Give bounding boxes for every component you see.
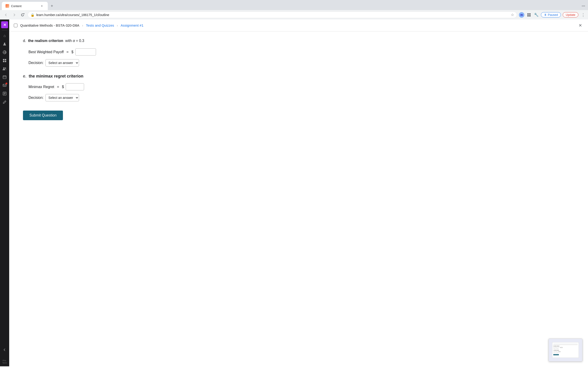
section-d-title: the realism criterion	[28, 39, 63, 43]
svg-rect-12	[5, 61, 6, 62]
active-tab[interactable]: Content ×	[2, 2, 48, 10]
tab-bar: Content × +	[0, 0, 588, 10]
section-d-label: d. the realism criterion with α = 0.3	[23, 39, 574, 43]
forward-button[interactable]	[11, 12, 17, 18]
breadcrumb-separator-2: ›	[117, 24, 118, 27]
decision-e-select[interactable]: Select an answer Option 1 Option 2 Optio…	[45, 94, 79, 101]
minimax-regret-row: Minimax Regret = $	[28, 83, 574, 90]
back-button[interactable]	[3, 12, 9, 18]
sidebar-divider-1	[2, 30, 7, 30]
best-weighted-payoff-row: Best Weighted Payoff = $	[28, 48, 574, 56]
breadcrumb-separator-1: ›	[82, 24, 83, 27]
update-button[interactable]: Update	[563, 12, 578, 17]
svg-rect-11	[3, 61, 4, 62]
mail-badge	[6, 83, 7, 84]
browser-top-menu	[581, 3, 586, 9]
svg-point-0	[582, 6, 583, 6]
extension-icon-2[interactable]: 🔧	[534, 12, 539, 18]
paused-button[interactable]: ⏸ Paused	[541, 12, 561, 17]
section-d: d. the realism criterion with α = 0.3 Be…	[23, 39, 574, 67]
app-container: ✕ ⌂ Priv.Term	[0, 19, 588, 366]
decision-e-label: Decision:	[28, 96, 44, 100]
sidebar-item-back[interactable]	[1, 346, 8, 353]
section-e: e. the minimax regret criterion Minimax …	[23, 74, 574, 101]
thumbnail-inner: d. realism criterion Best Weighted Payof…	[552, 342, 579, 358]
tab-title: Content	[11, 4, 38, 8]
sidebar-item-mail[interactable]	[1, 82, 8, 89]
svg-rect-3	[527, 13, 529, 15]
tab-favicon	[6, 4, 9, 8]
submit-question-button[interactable]: Submit Question	[23, 110, 63, 120]
section-d-prefix: d.	[23, 39, 26, 43]
best-weighted-payoff-input[interactable]	[75, 48, 96, 56]
svg-rect-10	[5, 59, 6, 60]
lock-icon: 🔒	[31, 13, 35, 17]
sidebar-item-globe[interactable]	[1, 49, 8, 56]
sidebar-item-list[interactable]	[1, 90, 8, 97]
nav-close-button[interactable]: ✕	[577, 22, 583, 29]
equals-sign-1: =	[66, 50, 69, 54]
svg-rect-6	[529, 15, 531, 17]
sidebar-item-people[interactable]	[1, 65, 8, 73]
sidebar-privacy-text: Priv.Term	[2, 359, 7, 365]
svg-point-7	[4, 43, 5, 44]
profile-avatar[interactable]: m	[519, 12, 524, 18]
section-d-suffix: with α = 0.3	[65, 39, 84, 43]
decision-d-select[interactable]: Select an answer Option 1 Option 2 Optio…	[45, 59, 79, 67]
sidebar-close-button[interactable]: ✕	[1, 21, 8, 28]
tab-close-button[interactable]: ×	[40, 4, 44, 8]
address-text: learn.humber.ca/ultra/courses/_186175_1/…	[36, 13, 509, 17]
sidebar-item-profile[interactable]	[1, 40, 8, 48]
sidebar-item-edit[interactable]	[1, 98, 8, 106]
tests-quizzes-link[interactable]: Tests and Quizzes	[86, 23, 114, 27]
reload-button[interactable]	[19, 12, 26, 18]
thumbnail-preview: d. realism criterion Best Weighted Payof…	[548, 339, 582, 361]
svg-rect-15	[3, 76, 6, 79]
section-e-title: the minimax regret criterion	[29, 74, 83, 78]
address-bar-row: 🔒 learn.humber.ca/ultra/courses/_186175_…	[0, 10, 588, 19]
browser-chrome: Content × + 🔒 learn.humber.ca/ultra/cour…	[0, 0, 588, 19]
dollar-sign-1: $	[71, 50, 73, 54]
extension-icon-1[interactable]	[526, 12, 532, 18]
svg-point-2	[584, 6, 585, 6]
svg-point-14	[5, 68, 6, 69]
decision-e-row: Decision: Select an answer Option 1 Opti…	[28, 94, 574, 101]
decision-d-row: Decision: Select an answer Option 1 Opti…	[28, 59, 574, 67]
sidebar-item-home[interactable]: ⌂	[1, 32, 8, 40]
bookmark-icon[interactable]: ☆	[511, 13, 514, 17]
address-actions: ☆	[511, 13, 514, 17]
assignment-link[interactable]: Assignment #1	[121, 23, 143, 27]
svg-point-13	[3, 67, 5, 69]
decision-d-label: Decision:	[28, 61, 44, 65]
paused-icon: ⏸	[544, 13, 547, 17]
browser-menu-button[interactable]: ⋮	[581, 12, 585, 17]
svg-rect-5	[527, 15, 529, 17]
sidebar: ✕ ⌂ Priv.Term	[0, 19, 9, 366]
dollar-sign-2: $	[62, 85, 64, 89]
equals-sign-2: =	[57, 85, 59, 89]
nav-checkbox[interactable]	[14, 24, 17, 27]
top-navigation: Quantitative Methods - BSTA-320-D8A › Te…	[9, 19, 588, 31]
minimax-regret-label: Minimax Regret	[28, 85, 54, 89]
sidebar-item-calendar[interactable]	[1, 73, 8, 81]
main-content: d. the realism criterion with α = 0.3 Be…	[9, 31, 588, 366]
minimax-regret-input[interactable]	[66, 83, 84, 90]
svg-rect-4	[529, 13, 531, 15]
course-title: Quantitative Methods - BSTA-320-D8A	[20, 23, 79, 27]
sidebar-item-grid[interactable]	[1, 57, 8, 64]
thumbnail-content: d. realism criterion Best Weighted Payof…	[549, 339, 582, 361]
svg-rect-16	[3, 84, 6, 86]
svg-point-1	[583, 6, 584, 6]
main-area: Quantitative Methods - BSTA-320-D8A › Te…	[9, 19, 588, 366]
address-bar[interactable]: 🔒 learn.humber.ca/ultra/courses/_186175_…	[27, 11, 517, 18]
svg-rect-9	[3, 59, 4, 60]
best-weighted-payoff-label: Best Weighted Payoff	[28, 50, 64, 54]
section-e-label: e. the minimax regret criterion	[23, 74, 574, 79]
section-e-prefix: e.	[23, 74, 26, 78]
new-tab-button[interactable]: +	[49, 3, 55, 9]
